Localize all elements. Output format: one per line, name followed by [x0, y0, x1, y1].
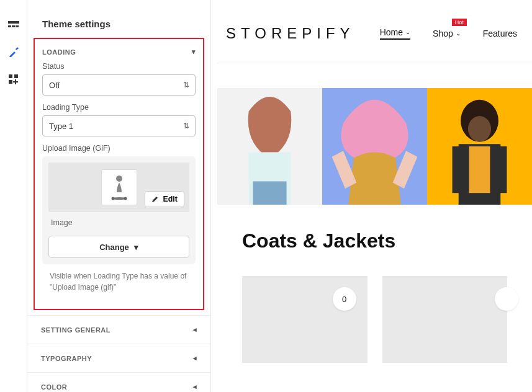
svg-rect-8 [13, 81, 18, 82]
caret-down-icon: ▾ [192, 48, 196, 56]
change-label: Change [99, 243, 129, 252]
chevron-down-icon: ⌄ [405, 29, 410, 35]
svg-point-9 [116, 176, 122, 182]
status-label: Status [42, 62, 196, 71]
sections-icon[interactable] [6, 17, 21, 32]
nav-features[interactable]: Features [483, 29, 517, 38]
loading-type-label: Loading Type [42, 103, 196, 112]
site-nav: Home ⌄ Shop ⌄ Hot Features [380, 27, 517, 40]
svg-point-11 [111, 197, 114, 200]
loading-section-header[interactable]: LOADING ▾ [35, 39, 203, 62]
svg-rect-28 [497, 146, 507, 193]
caret-left-icon: ◂ [193, 354, 197, 362]
status-select[interactable]: Off [42, 74, 196, 96]
chevron-down-icon: ⌄ [456, 30, 461, 37]
upload-image-label: Upload Image (GiF) [42, 144, 196, 153]
nav-shop[interactable]: Shop ⌄ Hot [433, 29, 461, 38]
gif-thumbnail [101, 169, 137, 205]
nav-label: Features [483, 29, 517, 38]
hero-banner [217, 88, 532, 205]
nav-home[interactable]: Home ⌄ [380, 27, 410, 40]
change-button[interactable]: Change ▾ [48, 236, 189, 258]
preview-area: STOREPIFY Home ⌄ Shop ⌄ Hot Features [211, 0, 532, 392]
svg-rect-3 [16, 25, 19, 27]
image-sublabel: Image [48, 212, 189, 231]
accordion-label: SETTING GENERAL [41, 326, 110, 334]
pencil-icon [151, 195, 159, 203]
svg-rect-4 [9, 74, 12, 78]
svg-rect-16 [253, 181, 286, 205]
settings-panel: Theme settings LOADING ▾ Status Off ⇅ Lo… [27, 0, 211, 392]
accordion-label: COLOR [41, 383, 67, 391]
svg-rect-0 [8, 21, 19, 24]
panel-title: Theme settings [27, 0, 210, 38]
loading-section-highlight: LOADING ▾ Status Off ⇅ Loading Type Type… [34, 38, 204, 310]
theme-settings-icon[interactable] [6, 45, 21, 60]
caret-left-icon: ◂ [193, 383, 197, 391]
accordion-typography[interactable]: TYPOGRAPHY ◂ [27, 344, 210, 372]
svg-rect-1 [8, 25, 11, 27]
loading-type-field: Loading Type Type 1 ⇅ [35, 103, 203, 144]
svg-rect-6 [9, 80, 12, 84]
help-text: Visible when Loading Type has a value of… [42, 264, 196, 293]
nav-label: Home [380, 27, 403, 37]
site-logo[interactable]: STOREPIFY [226, 25, 355, 42]
product-badge [495, 287, 518, 311]
hero-slot-1 [217, 88, 322, 205]
svg-rect-2 [12, 25, 15, 27]
section-heading: Coats & Jackets [242, 229, 507, 252]
svg-rect-26 [469, 146, 490, 193]
product-card[interactable] [382, 276, 508, 363]
hero-slot-3 [427, 88, 532, 205]
content-area: Coats & Jackets 0 [217, 205, 532, 363]
product-grid: 0 [242, 276, 507, 363]
caret-down-icon: ▾ [134, 243, 138, 252]
upload-image-field: Upload Image (GiF) Edit [35, 144, 203, 300]
upload-preview: Edit [48, 163, 189, 212]
hero-slot-2 [322, 88, 427, 205]
hot-badge: Hot [452, 19, 467, 26]
accordion-setting-general[interactable]: SETTING GENERAL ◂ [27, 315, 210, 344]
status-field: Status Off ⇅ [35, 62, 203, 103]
icon-rail [0, 0, 27, 392]
svg-rect-5 [14, 74, 18, 78]
product-card[interactable]: 0 [242, 276, 367, 363]
loading-type-select[interactable]: Type 1 [42, 115, 196, 136]
svg-rect-27 [453, 146, 463, 193]
accordion-color[interactable]: COLOR ◂ [27, 372, 210, 392]
product-badge: 0 [333, 287, 356, 311]
caret-left-icon: ◂ [193, 326, 197, 334]
nav-label: Shop [433, 29, 453, 38]
edit-button[interactable]: Edit [145, 191, 184, 207]
loading-header-label: LOADING [42, 48, 76, 56]
svg-point-12 [124, 197, 127, 200]
apps-icon[interactable] [6, 72, 21, 87]
svg-point-24 [468, 116, 491, 141]
accordion-label: TYPOGRAPHY [41, 355, 92, 362]
site-header: STOREPIFY Home ⌄ Shop ⌄ Hot Features [217, 4, 532, 63]
upload-card: Edit Image Change ▾ [42, 156, 196, 264]
edit-label: Edit [163, 195, 178, 203]
